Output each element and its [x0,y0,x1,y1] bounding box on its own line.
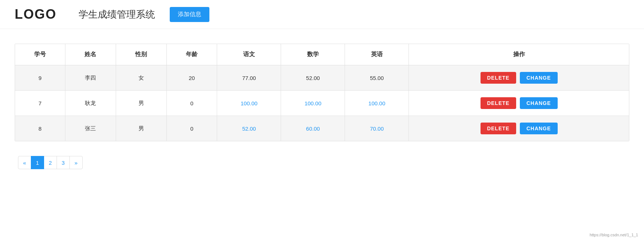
table-row: 8 张三 男 0 52.00 60.00 70.00 DELETE CHANGE [15,116,629,141]
cell-actions: DELETE CHANGE [409,91,629,116]
change-button[interactable]: CHANGE [520,72,558,84]
cell-chinese: 100.00 [217,91,281,116]
cell-gender: 女 [116,65,166,91]
cell-id: 8 [15,116,65,141]
header: LOGO 学生成绩管理系统 添加信息 [0,0,644,29]
change-button[interactable]: CHANGE [520,123,558,134]
cell-chinese: 52.00 [217,116,281,141]
pagination-prev[interactable]: « [18,156,31,169]
change-button[interactable]: CHANGE [520,97,558,109]
delete-button[interactable]: DELETE [481,123,516,134]
delete-button[interactable]: DELETE [481,72,516,84]
pagination-page-2[interactable]: 2 [44,156,57,169]
cell-english: 70.00 [345,116,409,141]
logo: LOGO [15,7,57,22]
cell-actions: DELETE CHANGE [409,116,629,141]
cell-id: 7 [15,91,65,116]
delete-button[interactable]: DELETE [481,97,516,109]
cell-math: 100.00 [281,91,345,116]
table-header-row: 学号 姓名 性别 年龄 语文 数学 英语 操作 [15,44,629,65]
cell-english: 55.00 [345,65,409,91]
add-info-button[interactable]: 添加信息 [170,7,209,22]
cell-age: 0 [166,91,217,116]
cell-gender: 男 [116,116,166,141]
data-table-wrapper: 学号 姓名 性别 年龄 语文 数学 英语 操作 9 李四 女 20 77.00 … [15,44,629,141]
cell-gender: 男 [116,91,166,116]
pagination-page-1[interactable]: 1 [31,156,44,169]
student-table: 学号 姓名 性别 年龄 语文 数学 英语 操作 9 李四 女 20 77.00 … [15,44,629,141]
col-header-chinese: 语文 [217,44,281,65]
table-row: 7 耿龙 男 0 100.00 100.00 100.00 DELETE CHA… [15,91,629,116]
col-header-age: 年龄 [166,44,217,65]
pagination-next[interactable]: » [69,156,83,169]
cell-age: 20 [166,65,217,91]
cell-name: 张三 [65,116,116,141]
col-header-name: 姓名 [65,44,116,65]
col-header-gender: 性别 [116,44,166,65]
cell-math: 60.00 [281,116,345,141]
cell-name: 耿龙 [65,91,116,116]
table-row: 9 李四 女 20 77.00 52.00 55.00 DELETE CHANG… [15,65,629,91]
cell-age: 0 [166,116,217,141]
main-content: 学号 姓名 性别 年龄 语文 数学 英语 操作 9 李四 女 20 77.00 … [0,29,644,177]
cell-id: 9 [15,65,65,91]
cell-name: 李四 [65,65,116,91]
pagination-page-3[interactable]: 3 [57,156,70,169]
col-header-actions: 操作 [409,44,629,65]
col-header-math: 数学 [281,44,345,65]
footer-watermark: https://blog.csdn.net/1_1_1 [590,233,638,237]
cell-math: 52.00 [281,65,345,91]
cell-english: 100.00 [345,91,409,116]
cell-chinese: 77.00 [217,65,281,91]
cell-actions: DELETE CHANGE [409,65,629,91]
col-header-id: 学号 [15,44,65,65]
system-title: 学生成绩管理系统 [79,8,155,21]
col-header-english: 英语 [345,44,409,65]
pagination: « 1 2 3 » [18,156,629,169]
